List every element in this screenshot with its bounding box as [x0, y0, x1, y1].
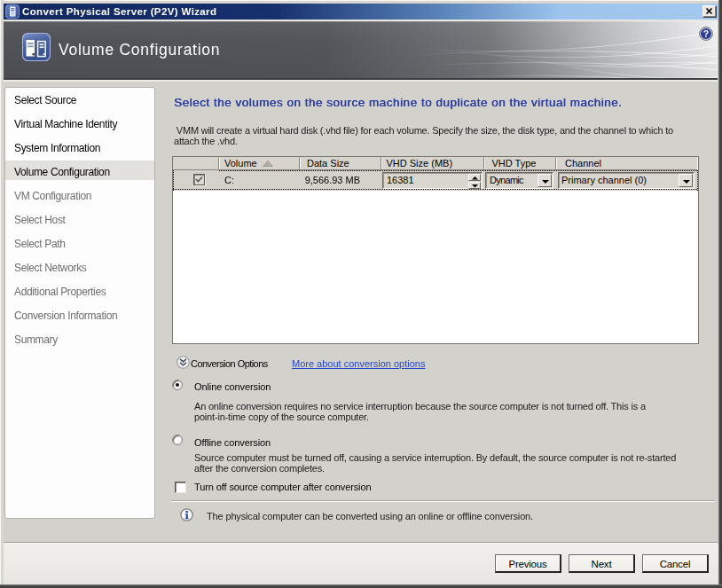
svg-text:?: ?	[703, 28, 709, 39]
